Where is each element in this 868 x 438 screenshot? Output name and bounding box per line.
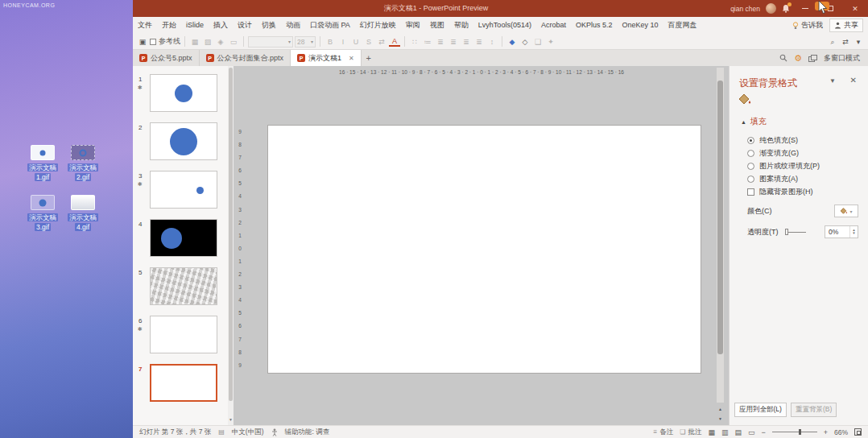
slide-row-1[interactable]: 1✱: [133, 74, 228, 119]
fill-bucket-icon[interactable]: [738, 93, 752, 110]
next-slide-button[interactable]: ▼: [717, 414, 724, 424]
proofing-icon[interactable]: ▤: [218, 428, 225, 436]
align-center-icon[interactable]: ≣: [448, 36, 459, 48]
new-tab-button[interactable]: +: [362, 50, 376, 66]
guides-checkbox[interactable]: 参考线: [150, 36, 180, 47]
ribbon-tab-10[interactable]: 视图: [425, 17, 449, 34]
fill-section-header[interactable]: ▲ 填充: [741, 116, 767, 127]
minimize-button[interactable]: [796, 0, 815, 17]
scrollbar-thumb[interactable]: [717, 81, 723, 354]
pane-close-icon[interactable]: ✕: [850, 76, 857, 85]
radio-option-2[interactable]: 图片或纹理填充(P): [747, 159, 820, 172]
align-left-icon[interactable]: ≣: [435, 36, 446, 48]
arrange-icon[interactable]: ❑: [532, 36, 544, 48]
radio-option-1[interactable]: 渐变填充(G): [747, 147, 820, 159]
ribbon-tab-11[interactable]: 帮助: [449, 17, 473, 34]
zoom-in-button[interactable]: +: [824, 428, 828, 436]
find-icon[interactable]: ⌕: [827, 36, 838, 48]
font-size-select[interactable]: 28▾: [295, 36, 316, 48]
editing-canvas[interactable]: 16 · 15 · 14 · 13 · 12 · 11 · 10 · 9 · 8…: [234, 66, 729, 425]
desktop-icon-4[interactable]: 演示文稿4.gif: [64, 195, 101, 231]
underline-icon[interactable]: U: [350, 36, 362, 48]
apply-to-all-button[interactable]: 应用到全部(L): [734, 403, 787, 417]
pane-menu-chevron-icon[interactable]: ▼: [829, 77, 836, 85]
slide-thumbnail[interactable]: [150, 316, 217, 353]
tell-me-button[interactable]: 告诉我: [792, 20, 823, 31]
slide-row-4[interactable]: 4: [133, 219, 228, 264]
desktop-icon-1[interactable]: 演示文稿1.gif: [24, 145, 61, 181]
font-color-icon[interactable]: A: [389, 37, 400, 47]
desktop-icon-2[interactable]: 演示文稿2.gif: [64, 145, 101, 181]
shapes-icon[interactable]: ◈: [215, 36, 226, 48]
comments-button[interactable]: ❏ 批注: [680, 428, 701, 437]
ribbon-tab-15[interactable]: OneKey 10: [617, 17, 663, 34]
slide-sorter-button[interactable]: ▥: [721, 428, 729, 436]
ribbon-tab-1[interactable]: 开始: [157, 17, 181, 34]
picture-icon[interactable]: ▨: [202, 36, 213, 48]
bullets-icon[interactable]: ∷: [409, 36, 420, 48]
document-tab-0[interactable]: P公众号5.pptx: [133, 50, 200, 66]
ribbon-tab-16[interactable]: 百度网盘: [663, 17, 702, 34]
text-shadow-icon[interactable]: S: [363, 36, 374, 48]
line-spacing-icon[interactable]: ↕: [486, 36, 498, 48]
slide-editing-surface[interactable]: [268, 126, 701, 373]
ribbon-tab-7[interactable]: 口袋动画 PA: [305, 17, 355, 34]
slide-thumbnail[interactable]: [150, 171, 217, 209]
spinner-arrows[interactable]: ▲▼: [849, 226, 858, 238]
radio-option-3[interactable]: 图案填充(A): [747, 172, 820, 185]
tab-close-icon[interactable]: ✕: [349, 55, 354, 62]
slide-row-3[interactable]: 3✱: [133, 171, 228, 216]
scrollbar-thumb[interactable]: [229, 68, 233, 401]
multi-window-label[interactable]: 多窗口模式: [824, 53, 860, 64]
zoom-out-button[interactable]: −: [761, 428, 765, 436]
ribbon-tab-3[interactable]: 插入: [209, 17, 233, 34]
ribbon-tab-13[interactable]: Acrobat: [536, 17, 571, 34]
italic-icon[interactable]: I: [337, 36, 349, 48]
slide-row-6[interactable]: 6✱: [133, 316, 228, 361]
slider-handle[interactable]: [785, 229, 788, 235]
search-icon[interactable]: [779, 54, 787, 62]
ribbon-tab-2[interactable]: iSlide: [181, 17, 209, 34]
font-family-select[interactable]: ▾: [248, 36, 293, 48]
char-spacing-icon[interactable]: ⇄: [376, 36, 387, 48]
transparency-spinner[interactable]: 0% ▲▼: [825, 225, 858, 238]
accessibility-status[interactable]: 辅助功能: 调查: [285, 428, 330, 437]
settings-gear-icon[interactable]: ⚙: [794, 54, 802, 63]
slide-row-7[interactable]: 7: [133, 364, 228, 409]
zoom-percentage[interactable]: 66%: [834, 428, 848, 436]
close-button[interactable]: ✕: [845, 0, 865, 17]
avatar[interactable]: [766, 3, 776, 14]
zoom-slider-thumb[interactable]: [799, 429, 801, 435]
ribbon-tab-12[interactable]: LvyhTools(0514): [473, 17, 536, 34]
ribbon-tab-8[interactable]: 幻灯片放映: [355, 17, 401, 34]
ribbon-tab-9[interactable]: 审阅: [401, 17, 425, 34]
slide-row-5[interactable]: 5: [133, 267, 228, 312]
notes-button[interactable]: ≡ 备注: [654, 428, 674, 437]
document-tab-1[interactable]: P公众号封面集合.pptx: [200, 50, 291, 66]
slide-thumbnail[interactable]: [150, 219, 217, 257]
normal-view-button[interactable]: ▦: [708, 428, 715, 436]
table-icon[interactable]: ▦: [189, 36, 200, 48]
zoom-slider[interactable]: [772, 432, 817, 432]
ribbon-tab-14[interactable]: OKPlus 5.2: [571, 17, 618, 34]
ribbon-tab-0[interactable]: 文件: [133, 17, 157, 34]
slideshow-button[interactable]: ▭: [748, 428, 755, 436]
desktop-icon-3[interactable]: 演示文稿3.gif: [24, 195, 61, 231]
ribbon-tab-4[interactable]: 设计: [233, 17, 257, 34]
more-tools-icon[interactable]: ▾: [853, 36, 864, 48]
canvas-scrollbar[interactable]: [717, 68, 724, 403]
slide-thumbnail-pane[interactable]: 1✱23✱456✱7: [133, 66, 228, 425]
document-tab-2[interactable]: P演示文稿1✕: [291, 50, 362, 66]
slide-thumbnail[interactable]: [150, 122, 217, 160]
shape-outline-icon[interactable]: ◇: [519, 36, 531, 48]
slide-row-2[interactable]: 2: [133, 122, 228, 167]
notification-bell-icon[interactable]: [782, 4, 790, 13]
text-box-icon[interactable]: ▭: [228, 36, 239, 48]
checkbox-option-4[interactable]: 隐藏背景图形(H): [747, 185, 820, 198]
bold-icon[interactable]: B: [324, 36, 336, 48]
replace-icon[interactable]: ⇄: [840, 36, 851, 48]
shape-fill-icon[interactable]: ◆: [506, 36, 518, 48]
reading-view-button[interactable]: ▤: [734, 428, 742, 436]
radio-option-0[interactable]: 纯色填充(S): [747, 134, 820, 147]
ribbon-tab-5[interactable]: 切换: [257, 17, 281, 34]
